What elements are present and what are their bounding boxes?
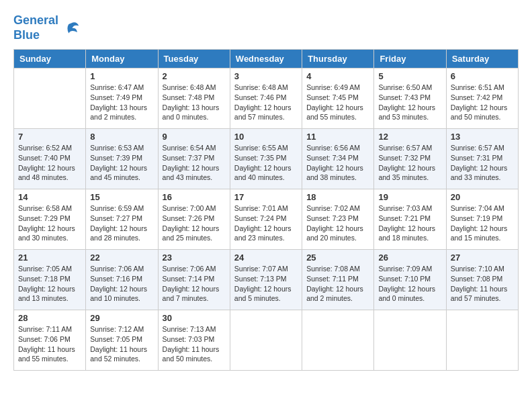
sunset: Sunset: 7:24 PM — [234, 214, 287, 222]
sunrise: Sunrise: 7:06 AM — [90, 265, 144, 273]
sunset: Sunset: 7:10 PM — [378, 275, 431, 283]
sunrise: Sunrise: 7:11 AM — [18, 325, 72, 333]
day-info: Sunrise: 7:00 AM Sunset: 7:26 PM Dayligh… — [163, 203, 226, 243]
calendar-day-cell — [446, 310, 518, 371]
calendar-day-cell: 2 Sunrise: 6:48 AM Sunset: 7:48 PM Dayli… — [158, 68, 230, 129]
sunrise: Sunrise: 6:53 AM — [90, 144, 144, 152]
sunrise: Sunrise: 6:57 AM — [378, 144, 432, 152]
sunset: Sunset: 7:42 PM — [451, 93, 503, 101]
calendar-day-cell: 28 Sunrise: 7:11 AM Sunset: 7:06 PM Dayl… — [14, 310, 86, 371]
daylight: Daylight: 12 hours and 15 minutes. — [451, 224, 508, 242]
sunrise: Sunrise: 6:51 AM — [451, 83, 504, 91]
sunset: Sunset: 7:34 PM — [306, 154, 359, 162]
daylight: Daylight: 12 hours and 23 minutes. — [234, 224, 292, 242]
calendar-day-cell — [14, 68, 86, 129]
calendar-day-cell — [230, 310, 302, 371]
calendar-day-cell: 10 Sunrise: 6:55 AM Sunset: 7:35 PM Dayl… — [230, 129, 302, 189]
day-number: 26 — [378, 253, 441, 263]
calendar-day-cell: 30 Sunrise: 7:13 AM Sunset: 7:03 PM Dayl… — [158, 310, 230, 371]
calendar-day-cell: 11 Sunrise: 6:56 AM Sunset: 7:34 PM Dayl… — [302, 129, 374, 189]
sunrise: Sunrise: 6:55 AM — [234, 144, 288, 152]
daylight: Daylight: 12 hours and 28 minutes. — [90, 224, 147, 242]
sunset: Sunset: 7:06 PM — [18, 335, 71, 343]
daylight: Daylight: 12 hours and 33 minutes. — [451, 164, 508, 182]
day-info: Sunrise: 7:10 AM Sunset: 7:08 PM Dayligh… — [451, 264, 514, 304]
sunset: Sunset: 7:27 PM — [90, 214, 142, 222]
sunrise: Sunrise: 7:13 AM — [163, 325, 216, 333]
day-number: 3 — [234, 71, 298, 81]
day-info: Sunrise: 6:58 AM Sunset: 7:29 PM Dayligh… — [18, 203, 81, 243]
calendar-day-cell: 12 Sunrise: 6:57 AM Sunset: 7:32 PM Dayl… — [374, 129, 446, 189]
day-info: Sunrise: 7:01 AM Sunset: 7:24 PM Dayligh… — [234, 203, 298, 243]
sunrise: Sunrise: 6:52 AM — [18, 144, 72, 152]
calendar-day-cell: 27 Sunrise: 7:10 AM Sunset: 7:08 PM Dayl… — [446, 250, 518, 310]
calendar-day-cell: 8 Sunrise: 6:53 AM Sunset: 7:39 PM Dayli… — [86, 129, 158, 189]
sunset: Sunset: 7:19 PM — [451, 214, 503, 222]
sunset: Sunset: 7:43 PM — [378, 93, 431, 101]
daylight: Daylight: 12 hours and 25 minutes. — [163, 224, 220, 242]
sunset: Sunset: 7:16 PM — [90, 275, 142, 283]
sunrise: Sunrise: 6:56 AM — [306, 144, 360, 152]
day-info: Sunrise: 6:54 AM Sunset: 7:37 PM Dayligh… — [163, 143, 226, 183]
daylight: Daylight: 12 hours and 55 minutes. — [306, 103, 363, 122]
day-info: Sunrise: 7:13 AM Sunset: 7:03 PM Dayligh… — [163, 324, 226, 364]
sunset: Sunset: 7:39 PM — [90, 154, 142, 162]
day-number: 30 — [163, 313, 226, 323]
day-number: 21 — [18, 253, 81, 263]
daylight: Daylight: 12 hours and 30 minutes. — [18, 224, 75, 242]
day-number: 20 — [451, 192, 514, 202]
sunset: Sunset: 7:48 PM — [163, 93, 215, 101]
calendar-header-cell: Monday — [86, 50, 158, 68]
day-number: 13 — [451, 132, 514, 142]
day-number: 5 — [378, 71, 441, 81]
day-info: Sunrise: 6:55 AM Sunset: 7:35 PM Dayligh… — [234, 143, 298, 183]
day-info: Sunrise: 7:06 AM Sunset: 7:14 PM Dayligh… — [163, 264, 226, 304]
calendar-day-cell: 5 Sunrise: 6:50 AM Sunset: 7:43 PM Dayli… — [374, 68, 446, 129]
calendar-day-cell: 29 Sunrise: 7:12 AM Sunset: 7:05 PM Dayl… — [86, 310, 158, 371]
daylight: Daylight: 12 hours and 48 minutes. — [18, 164, 75, 182]
sunrise: Sunrise: 7:10 AM — [451, 265, 504, 273]
day-number: 23 — [163, 253, 226, 263]
daylight: Daylight: 12 hours and 5 minutes. — [234, 285, 292, 303]
daylight: Daylight: 12 hours and 10 minutes. — [90, 285, 147, 303]
daylight: Daylight: 11 hours and 50 minutes. — [163, 345, 220, 363]
daylight: Daylight: 12 hours and 35 minutes. — [378, 164, 435, 182]
sunrise: Sunrise: 7:01 AM — [234, 204, 288, 212]
sunset: Sunset: 7:32 PM — [378, 154, 431, 162]
sunset: Sunset: 7:21 PM — [378, 214, 431, 222]
day-number: 10 — [234, 132, 298, 142]
sunrise: Sunrise: 6:49 AM — [306, 83, 360, 91]
daylight: Daylight: 13 hours and 2 minutes. — [90, 103, 147, 122]
day-number: 16 — [163, 192, 226, 202]
sunrise: Sunrise: 7:02 AM — [306, 204, 360, 212]
daylight: Daylight: 12 hours and 57 minutes. — [234, 103, 292, 122]
day-info: Sunrise: 7:08 AM Sunset: 7:11 PM Dayligh… — [306, 264, 369, 304]
sunrise: Sunrise: 6:48 AM — [234, 83, 288, 91]
sunrise: Sunrise: 7:07 AM — [234, 265, 288, 273]
daylight: Daylight: 12 hours and 2 minutes. — [306, 285, 363, 303]
calendar-header-cell: Thursday — [302, 50, 374, 68]
day-number: 12 — [378, 132, 441, 142]
sunset: Sunset: 7:37 PM — [163, 154, 215, 162]
day-info: Sunrise: 7:06 AM Sunset: 7:16 PM Dayligh… — [90, 264, 153, 304]
calendar-header-cell: Wednesday — [230, 50, 302, 68]
calendar-header-cell: Sunday — [14, 50, 86, 68]
day-number: 15 — [90, 192, 153, 202]
calendar-day-cell: 24 Sunrise: 7:07 AM Sunset: 7:13 PM Dayl… — [230, 250, 302, 310]
day-info: Sunrise: 7:11 AM Sunset: 7:06 PM Dayligh… — [18, 324, 81, 364]
sunrise: Sunrise: 6:57 AM — [451, 144, 504, 152]
day-number: 22 — [90, 253, 153, 263]
sunrise: Sunrise: 7:08 AM — [306, 265, 360, 273]
sunset: Sunset: 7:45 PM — [306, 93, 359, 101]
calendar-day-cell: 21 Sunrise: 7:05 AM Sunset: 7:18 PM Dayl… — [14, 250, 86, 310]
day-info: Sunrise: 7:07 AM Sunset: 7:13 PM Dayligh… — [234, 264, 298, 304]
daylight: Daylight: 12 hours and 53 minutes. — [378, 103, 435, 122]
logo-text: GeneralBlue — [13, 13, 58, 42]
daylight: Daylight: 12 hours and 13 minutes. — [18, 285, 75, 303]
sunset: Sunset: 7:13 PM — [234, 275, 287, 283]
sunset: Sunset: 7:29 PM — [18, 214, 71, 222]
day-info: Sunrise: 6:48 AM Sunset: 7:48 PM Dayligh… — [163, 83, 226, 122]
sunrise: Sunrise: 7:03 AM — [378, 204, 432, 212]
daylight: Daylight: 11 hours and 55 minutes. — [18, 345, 75, 363]
calendar-week-row: 21 Sunrise: 7:05 AM Sunset: 7:18 PM Dayl… — [14, 250, 519, 310]
